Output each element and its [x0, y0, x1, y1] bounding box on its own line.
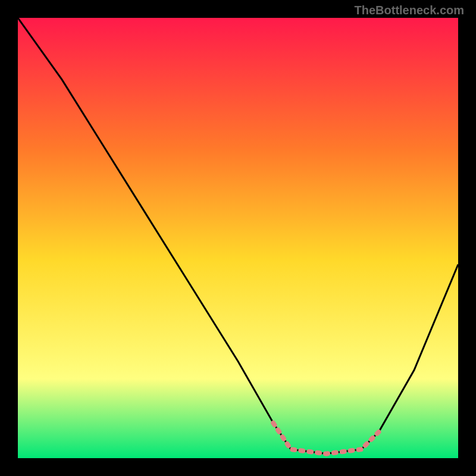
- chart-svg: [18, 18, 458, 458]
- plot-area: [18, 18, 458, 458]
- chart-container: TheBottleneck.com: [0, 0, 476, 476]
- watermark-text: TheBottleneck.com: [355, 4, 464, 17]
- gradient-background: [18, 18, 458, 458]
